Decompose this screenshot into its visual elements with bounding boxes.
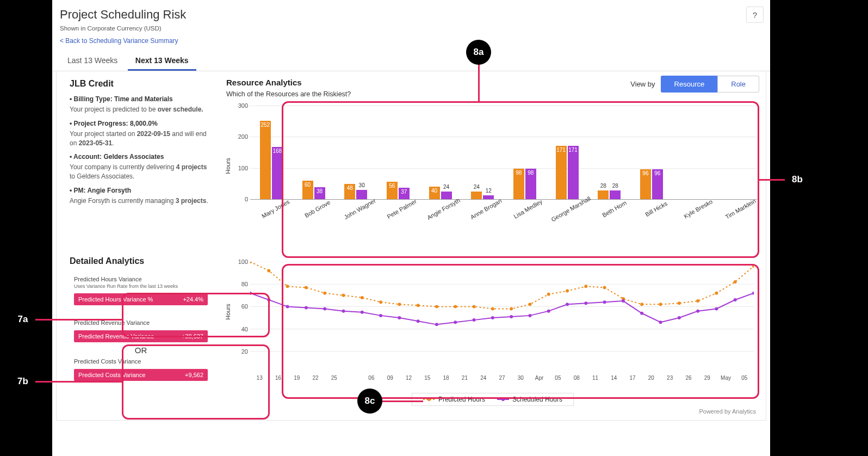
badge-8c: 8c <box>357 389 382 414</box>
svg-point-48 <box>528 314 531 317</box>
detailed-analytics-title: Detailed Analytics <box>70 256 212 266</box>
svg-point-58 <box>715 307 718 311</box>
legend-predicted-hours: Predicted Hours <box>423 396 485 403</box>
line-x-label: 25 <box>325 375 343 381</box>
card1-sub: Uses Variance Run Rate from the last 13 … <box>74 284 208 289</box>
line-x-label: 05 <box>735 375 754 381</box>
svg-point-11 <box>361 296 364 299</box>
card2-sub: Predicted Costs Variance <box>74 358 208 365</box>
predicted-revenue-variance-card: Predicted Revenue Variance Predicted Rev… <box>70 316 212 386</box>
svg-point-28 <box>678 301 681 305</box>
svg-point-43 <box>435 323 438 326</box>
predicted-hours-variance-card: Predicted Hours Variance Uses Variance R… <box>70 273 212 311</box>
line-x-label: 29 <box>698 375 716 381</box>
svg-point-26 <box>640 303 643 306</box>
hours-line-chart: Hours 20406080100 1316192225060912151821… <box>226 260 759 393</box>
svg-point-42 <box>417 319 420 323</box>
line-x-label: 23 <box>661 375 679 381</box>
svg-point-51 <box>584 301 587 305</box>
svg-point-32 <box>752 264 754 268</box>
view-by-label: View by <box>630 80 655 88</box>
view-by-toggle: View by Resource Role <box>630 76 759 93</box>
svg-point-21 <box>547 293 550 296</box>
svg-point-9 <box>323 292 326 295</box>
connector-8c <box>382 400 423 402</box>
line-x-label: 11 <box>586 375 604 381</box>
svg-point-16 <box>454 305 457 308</box>
line-x-label: 12 <box>399 375 418 381</box>
svg-point-45 <box>473 318 476 322</box>
progress-desc: Your project started on 2022-09-15 and w… <box>70 130 212 148</box>
predicted-hours-variance-pill[interactable]: Predicted Hours Variance % +24.4% <box>74 293 208 305</box>
legend-scheduled-hours: Scheduled Hours <box>497 396 562 403</box>
header: Project Scheduling Risk Shown in Corpora… <box>52 0 770 47</box>
svg-point-52 <box>603 300 606 304</box>
project-summary-panel: JLB Credit • Billing Type: Time and Mate… <box>57 71 220 249</box>
svg-point-33 <box>250 292 252 295</box>
progress-label: • Project Progress: 8,000.0% <box>70 120 158 127</box>
or-text: OR <box>74 346 208 355</box>
line-x-label: May <box>716 375 735 381</box>
line-x-label: 19 <box>288 375 306 381</box>
svg-point-7 <box>286 285 289 288</box>
svg-point-47 <box>510 315 513 318</box>
line-x-label: 27 <box>493 375 511 381</box>
view-by-resource-button[interactable]: Resource <box>661 76 718 93</box>
svg-point-27 <box>659 303 662 306</box>
bar-group <box>673 106 715 199</box>
page-subtitle: Shown in Corporate Currency (USD) <box>60 25 762 32</box>
bar-group: 171171 <box>546 106 588 199</box>
predicted-revenue-variance-pill[interactable]: Predicted Revenue Variance +38,637 <box>74 330 208 342</box>
line-x-label: Apr <box>530 375 548 381</box>
connector-7b <box>35 381 122 383</box>
tab-last-13-weeks[interactable]: Last 13 Weeks <box>60 52 125 69</box>
svg-point-18 <box>491 307 494 311</box>
line-x-label: 17 <box>623 375 642 381</box>
svg-point-59 <box>734 298 737 301</box>
svg-point-49 <box>547 310 550 313</box>
line-x-label: 09 <box>381 375 399 381</box>
pm-label: • PM: Angie Forsyth <box>70 187 131 194</box>
bar-group: 4024 <box>419 106 462 199</box>
billing-desc: Your project is predicted to be over sch… <box>70 105 212 114</box>
svg-point-8 <box>305 286 308 289</box>
bar-group: 9898 <box>504 106 546 199</box>
svg-point-17 <box>473 305 476 308</box>
line-x-label: 21 <box>455 375 474 381</box>
bar-group: 9696 <box>630 106 673 199</box>
svg-point-56 <box>678 316 681 319</box>
svg-point-50 <box>566 303 569 306</box>
svg-point-23 <box>584 285 587 288</box>
line-chart-panel: Hours 20406080100 1316192225060912151821… <box>220 249 766 420</box>
svg-point-6 <box>267 269 270 272</box>
line-x-label: 22 <box>306 375 325 381</box>
svg-point-19 <box>510 307 513 311</box>
svg-point-20 <box>528 303 531 306</box>
svg-point-60 <box>752 292 754 295</box>
badge-8b: 8b <box>785 167 810 192</box>
bar-group <box>715 106 757 199</box>
line-x-label: 16 <box>269 375 287 381</box>
view-by-role-button[interactable]: Role <box>717 76 759 93</box>
svg-point-35 <box>286 305 289 308</box>
svg-point-12 <box>379 300 382 304</box>
line-x-label: 05 <box>549 375 567 381</box>
tab-next-13-weeks[interactable]: Next 13 Weeks <box>128 52 196 71</box>
svg-point-40 <box>379 314 382 317</box>
help-button[interactable]: ? <box>746 7 764 23</box>
line-x-label: 06 <box>362 375 381 381</box>
line-x-label: 14 <box>605 375 623 381</box>
svg-point-29 <box>696 299 699 303</box>
back-link[interactable]: < Back to Scheduling Variance Summary <box>60 37 178 45</box>
line-x-label: 13 <box>250 375 269 381</box>
predicted-costs-variance-pill[interactable]: Predicted Costs Variance +9,562 <box>74 369 208 381</box>
bar-group: 4830 <box>334 106 377 199</box>
card1-title: Predicted Hours Variance <box>74 276 208 282</box>
svg-point-41 <box>398 316 401 319</box>
connector-8a <box>478 64 480 102</box>
account-desc: Your company is currently delivering 4 p… <box>70 163 212 181</box>
svg-point-55 <box>659 321 662 324</box>
svg-point-54 <box>640 312 643 315</box>
pm-desc: Angie Forsyth is currently managing 3 pr… <box>70 196 212 206</box>
content-row-resource: JLB Credit • Billing Type: Time and Mate… <box>56 71 766 249</box>
